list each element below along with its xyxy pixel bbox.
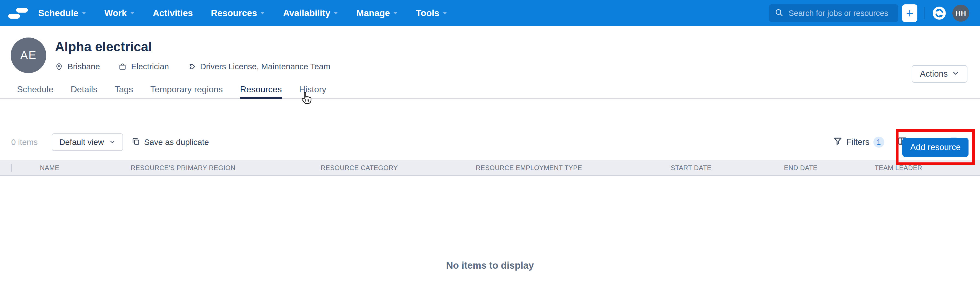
nav-item-label: Manage [356,8,390,18]
chevron-down-icon [260,11,265,15]
list-toolbar: 0 items Default view Save as duplicate F… [0,133,980,151]
resources-panel: Add resource 0 items Default view Save a… [0,133,980,271]
nav-item-schedule[interactable]: Schedule [38,8,86,18]
column-header-resource-category: RESOURCE CATEGORY [311,164,466,172]
avatar: AE [11,37,46,73]
items-count: 0 items [11,138,38,147]
view-selector-value: Default view [59,138,104,147]
nav-item-availability[interactable]: Availability [283,8,338,18]
chevron-down-icon [442,11,447,15]
chevron-down-icon [393,11,398,15]
chevron-down-icon [333,11,338,15]
add-resource-button[interactable]: Add resource [902,138,969,157]
chevron-down-icon [81,11,86,15]
chevron-down-icon [952,69,959,79]
resource-tags-label: Drivers License, Maintenance Team [200,62,330,71]
nav-item-activities[interactable]: Activities [153,8,193,18]
nav-item-label: Schedule [38,8,78,18]
nav-divider [924,7,925,19]
nav-item-label: Work [105,8,127,18]
nav-item-tools[interactable]: Tools [416,8,447,18]
save-as-duplicate-button[interactable]: Save as duplicate [131,137,209,148]
nav-item-label: Tools [416,8,439,18]
resource-profile-header: AE Alpha electrical Brisbane Electrician… [0,26,980,80]
resource-tags: Drivers License, Maintenance Team [188,62,330,71]
search-input[interactable] [789,9,893,18]
resource-category-label: Electrician [131,62,169,71]
logo-shape [8,14,20,19]
chevron-down-icon [110,138,115,147]
select-all-checkbox[interactable] [11,164,12,172]
actions-button[interactable]: Actions [912,65,967,83]
app-logo[interactable] [8,7,28,19]
create-new-button[interactable]: + [902,5,917,22]
top-navbar: Schedule Work Activities Resources Avail… [0,0,980,26]
briefcase-icon [118,62,127,70]
table-header-row: NAME RESOURCE'S PRIMARY REGION RESOURCE … [0,160,980,176]
filters-label: Filters [846,137,869,147]
view-selector[interactable]: Default view [52,133,123,151]
empty-state-message: No items to display [0,260,980,271]
page-title: Alpha electrical [55,37,980,54]
tab-history[interactable]: History [299,80,326,98]
nav-item-label: Activities [153,8,193,18]
location-pin-icon [55,62,63,70]
nav-item-manage[interactable]: Manage [356,8,398,18]
resource-category: Electrician [118,62,169,71]
navbar-right: + HH [769,5,969,22]
filter-funnel-icon [833,136,842,148]
user-avatar[interactable]: HH [952,5,969,22]
tag-icon [188,62,196,70]
tab-resources[interactable]: Resources [240,80,282,98]
main-menu: Schedule Work Activities Resources Avail… [38,8,447,18]
nav-item-resources[interactable]: Resources [211,8,265,18]
chevron-down-icon [130,11,135,15]
primary-region: Brisbane [55,62,100,71]
nav-item-label: Resources [211,8,257,18]
sync-icon[interactable] [932,6,947,20]
actions-button-label: Actions [920,69,948,79]
logo-shape [16,8,28,13]
column-header-name: NAME [30,164,121,172]
profile-tabs: Schedule Details Tags Temporary regions … [0,80,980,99]
column-header-employment-type: RESOURCE EMPLOYMENT TYPE [466,164,661,172]
tab-schedule[interactable]: Schedule [17,80,53,98]
tab-details[interactable]: Details [70,80,97,98]
tab-tags[interactable]: Tags [115,80,133,98]
nav-item-label: Availability [283,8,330,18]
filters-button[interactable]: Filters 1 [833,136,884,148]
save-as-duplicate-label: Save as duplicate [144,138,209,147]
column-header-start-date: START DATE [661,164,774,172]
duplicate-icon [131,137,140,148]
filters-count-badge: 1 [873,137,884,147]
global-search[interactable] [769,5,898,22]
search-icon [775,8,784,18]
profile-meta: Brisbane Electrician Drivers License, Ma… [55,62,980,71]
primary-region-label: Brisbane [68,62,100,71]
column-header-primary-region: RESOURCE'S PRIMARY REGION [121,164,311,172]
tab-temporary-regions[interactable]: Temporary regions [150,80,223,98]
annotation-highlight-box: Add resource [896,129,975,165]
column-header-end-date: END DATE [774,164,865,172]
nav-item-work[interactable]: Work [105,8,135,18]
